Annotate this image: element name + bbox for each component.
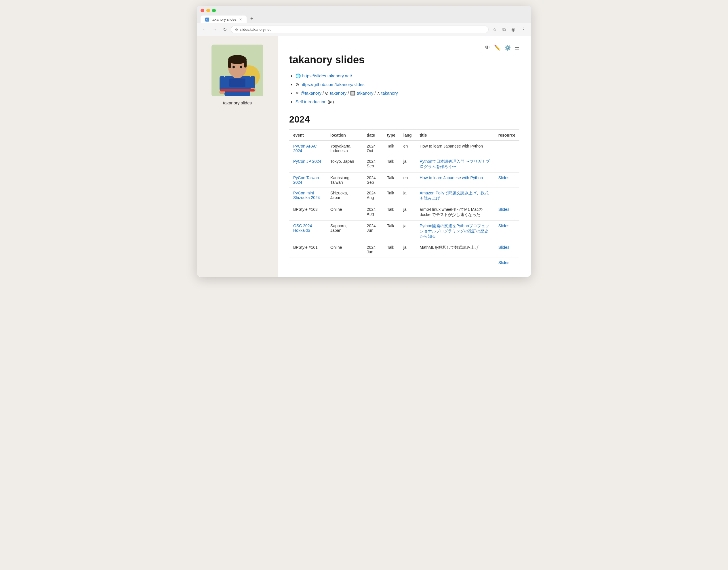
resource-link[interactable]: Slides [498,224,509,228]
active-tab[interactable]: ⊙ takanory slides ✕ [201,16,246,23]
title-link[interactable]: Amazon Pollyで問題文読み上げ、数式も読み上げ [420,191,489,201]
cell-title[interactable]: Amazon Pollyで問題文読み上げ、数式も読み上げ [416,188,494,204]
event-link[interactable]: PyCon Taiwan 2024 [293,176,319,185]
tab-close-icon[interactable]: ✕ [239,18,242,22]
sidebar-name: takanory slides [223,100,252,105]
eye-icon[interactable]: 👁 [485,45,490,51]
cell-type: Talk [383,140,399,156]
event-link[interactable]: PyCon JP 2024 [293,159,321,164]
cell-event[interactable]: OSC 2024 Hokkaido [289,221,326,242]
svg-rect-15 [220,89,255,91]
title-link[interactable]: Pythonで日本語処理入門 〜フリガナプログラムを作ろう〜 [420,159,490,169]
cell-resource[interactable]: Slides [494,257,519,268]
cell-date: 2024 Sep [363,156,383,173]
cell-location: Online [326,242,363,257]
cell-lang: ja [399,204,416,221]
maximize-button[interactable] [212,9,216,12]
cell-resource[interactable]: Slides [494,204,519,221]
cell-date: 2024 Oct [363,140,383,156]
back-button[interactable]: ← [201,26,209,33]
event-link[interactable]: PyCon mini Shizuoka 2024 [293,191,320,200]
top-icons: 👁 ✏️ ⚙️ ☰ [289,45,519,51]
connpass-link[interactable]: takanory [381,90,398,95]
address-bar[interactable]: ⊙ slides.takanory.net [231,26,489,33]
bookmark-icon[interactable]: ☆ [491,26,498,33]
avatar [211,45,263,96]
svg-rect-6 [228,59,231,68]
forward-button[interactable]: → [211,26,219,33]
extensions-icon[interactable]: ⧉ [501,26,507,33]
more-menu-icon[interactable]: ⋮ [519,26,527,33]
cell-resource[interactable]: Slides [494,173,519,188]
col-event: event [289,130,326,140]
resource-link[interactable]: Slides [498,260,509,265]
cell-resource[interactable]: Slides [494,242,519,257]
new-tab-button[interactable]: + [248,15,256,23]
resource-link[interactable]: Slides [498,207,509,212]
minimize-button[interactable] [206,9,210,12]
close-button[interactable] [201,9,204,12]
title-link[interactable]: Python開発の変遷をPythonプロフェッショナルプログラミングの改訂の歴史… [420,224,489,238]
tab-bar: ⊙ takanory slides ✕ + [201,15,527,23]
github2-link[interactable]: takanory [330,90,347,95]
traffic-lights [201,9,527,12]
cell-location: Yogyakarta, Indonesia [326,140,363,156]
svg-point-8 [232,66,235,68]
page-title: takanory slides [289,54,519,66]
table-row: PyCon JP 2024Tokyo, Japan2024 SepTalkjaP… [289,156,519,173]
resource-link[interactable]: Slides [498,245,509,250]
cell-date: 2024 Jun [363,221,383,242]
cell-date: 2024 Jun [363,242,383,257]
cell-title [416,257,494,268]
cell-type: Talk [383,173,399,188]
cell-location [326,257,363,268]
separator-2: / 🔲 [348,90,357,95]
browser-toolbar: ← → ↻ ⊙ slides.takanory.net ☆ ⧉ ◉ ⋮ [197,23,531,36]
links-list: 🌐 https://slides.takanory.net/ ⊙ https:/… [289,72,519,106]
pencil-icon[interactable]: ✏️ [494,45,500,51]
col-title: title [416,130,494,140]
separator-1: / ⊙ [323,90,330,95]
github-link[interactable]: https://github.com/takanory/slides [301,82,365,87]
cell-location: Shizuoka, Japan [326,188,363,204]
cell-date [363,257,383,268]
event-link[interactable]: OSC 2024 Hokkaido [293,224,312,233]
cell-event[interactable]: PyCon mini Shizuoka 2024 [289,188,326,204]
title-link[interactable]: How to learn Japanese with Python [420,176,483,180]
cell-type: Talk [383,242,399,257]
cell-title: How to learn Japanese with Python [416,140,494,156]
table-row: OSC 2024 HokkaidoSapporo, Japan2024 JunT… [289,221,519,242]
linkedin-link[interactable]: takanory [357,90,373,95]
settings-icon[interactable]: ⚙️ [504,45,511,51]
col-date: date [363,130,383,140]
github-icon: ⊙ [296,82,299,87]
address-text: slides.takanory.net [240,27,270,32]
reload-button[interactable]: ↻ [221,26,228,33]
cell-event[interactable]: PyCon Taiwan 2024 [289,173,326,188]
cell-location: Sapporo, Japan [326,221,363,242]
cell-location: Tokyo, Japan [326,156,363,173]
cell-lang: ja [399,221,416,242]
browser-window: ⊙ takanory slides ✕ + ← → ↻ ⊙ slides.tak… [197,6,531,277]
list-item-self-intro: Self introduction (ja) [296,97,519,106]
twitter-link[interactable]: @takanory [301,90,321,95]
separator-3: / ∧ [375,90,382,95]
website-link[interactable]: https://slides.takanory.net/ [302,73,352,78]
x-icon: ✕ [296,90,299,95]
self-intro-link[interactable]: Self introduction [296,99,327,104]
profile-icon[interactable]: ◉ [510,26,517,33]
event-link[interactable]: PyCon APAC 2024 [293,144,317,153]
cell-title[interactable]: How to learn Japanese with Python [416,173,494,188]
table-row: BPStyle #163Online2024 AugTalkjaarm64 li… [289,204,519,221]
cell-event[interactable]: PyCon APAC 2024 [289,140,326,156]
cell-event[interactable]: PyCon JP 2024 [289,156,326,173]
slides-table: event location date type lang title reso… [289,129,519,268]
cell-resource[interactable]: Slides [494,221,519,242]
list-icon[interactable]: ☰ [515,45,519,51]
resource-link[interactable]: Slides [498,176,509,180]
cell-date: 2024 Sep [363,173,383,188]
main-content: 👁 ✏️ ⚙️ ☰ takanory slides 🌐 https://slid… [278,36,531,277]
cell-title[interactable]: Python開発の変遷をPythonプロフェッショナルプログラミングの改訂の歴史… [416,221,494,242]
cell-title[interactable]: Pythonで日本語処理入門 〜フリガナプログラムを作ろう〜 [416,156,494,173]
cell-lang: ja [399,242,416,257]
